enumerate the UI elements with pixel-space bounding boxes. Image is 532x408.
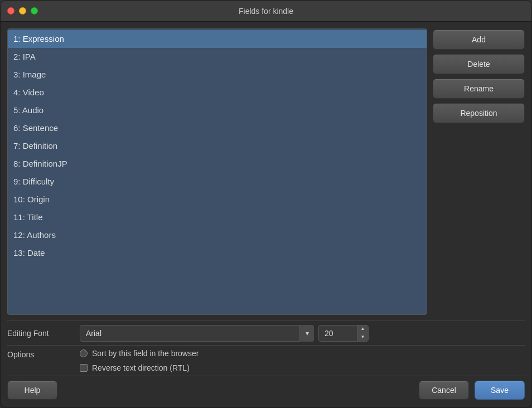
help-button[interactable]: Help (7, 381, 57, 400)
content-area: 1: Expression2: IPA3: Image4: Video5: Au… (1, 22, 531, 407)
side-buttons: Add Delete Rename Reposition (433, 28, 525, 315)
options-section: Options Sort by this field in the browse… (7, 345, 525, 376)
save-button[interactable]: Save (475, 381, 525, 400)
rtl-checkbox[interactable] (80, 364, 88, 372)
field-item[interactable]: 7: Definition (8, 137, 427, 155)
sort-option-row: Sort by this field in the browser (80, 349, 199, 358)
traffic-lights (7, 7, 38, 14)
maximize-button[interactable] (31, 7, 38, 14)
field-item[interactable]: 10: Origin (8, 191, 427, 208)
add-button[interactable]: Add (433, 30, 525, 50)
rename-button[interactable]: Rename (433, 79, 525, 99)
delete-button[interactable]: Delete (433, 54, 525, 74)
field-item[interactable]: 11: Title (8, 208, 427, 226)
field-item[interactable]: 2: IPA (8, 48, 427, 66)
options-label: Options (7, 349, 80, 359)
titlebar: Fields for kindle (1, 1, 531, 22)
cancel-button[interactable]: Cancel (419, 381, 469, 400)
options-items: Sort by this field in the browser Revers… (80, 349, 199, 372)
sort-radio[interactable] (80, 349, 88, 357)
bottom-left: Help (7, 381, 419, 400)
spinner-buttons: ▲ ▼ (357, 326, 368, 341)
field-item[interactable]: 13: Date (8, 244, 427, 262)
field-item[interactable]: 4: Video (8, 84, 427, 101)
main-area: 1: Expression2: IPA3: Image4: Video5: Au… (7, 28, 525, 315)
field-item[interactable]: 3: Image (8, 66, 427, 84)
rtl-option-row: Reverse text direction (RTL) (80, 363, 199, 372)
field-item[interactable]: 1: Expression (8, 30, 427, 48)
field-item[interactable]: 12: Authors (8, 226, 427, 244)
font-select[interactable]: ArialHelveticaTimes New RomanCourier New… (80, 325, 314, 342)
bottom-bar: Help Cancel Save (7, 376, 525, 401)
field-item[interactable]: 8: DefinitionJP (8, 155, 427, 173)
editing-font-section: Editing Font ArialHelveticaTimes New Rom… (7, 320, 525, 345)
minimize-button[interactable] (19, 7, 26, 14)
field-item[interactable]: 6: Sentence (8, 119, 427, 137)
spinner-down-button[interactable]: ▼ (357, 333, 368, 341)
field-list[interactable]: 1: Expression2: IPA3: Image4: Video5: Au… (7, 28, 427, 315)
font-select-wrapper: ArialHelveticaTimes New RomanCourier New… (80, 325, 314, 342)
editing-font-label: Editing Font (7, 329, 80, 338)
sort-option-label: Sort by this field in the browser (92, 349, 199, 358)
main-window: Fields for kindle 1: Expression2: IPA3: … (0, 0, 532, 408)
font-size-wrapper: ▲ ▼ (318, 325, 369, 342)
reposition-button[interactable]: Reposition (433, 103, 525, 123)
field-item[interactable]: 5: Audio (8, 101, 427, 119)
rtl-option-label: Reverse text direction (RTL) (92, 363, 190, 372)
spinner-up-button[interactable]: ▲ (357, 326, 368, 334)
bottom-right: Cancel Save (419, 381, 525, 400)
field-item[interactable]: 9: Difficulty (8, 173, 427, 191)
window-title: Fields for kindle (239, 7, 293, 16)
close-button[interactable] (7, 7, 14, 14)
